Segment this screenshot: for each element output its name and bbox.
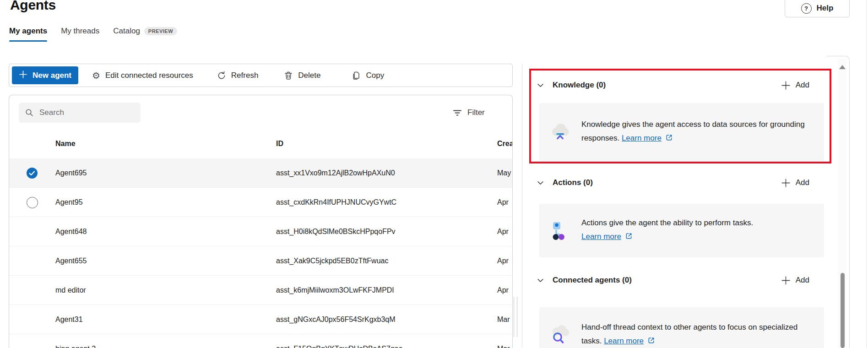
actions-section-header: Actions (0) Add (537, 175, 809, 190)
actions-section-title: Actions (0) (553, 178, 593, 187)
filter-icon (453, 108, 462, 117)
panel-resize-handle[interactable] (514, 297, 517, 337)
help-button[interactable]: ? Help (785, 0, 850, 17)
checkmark-circle-icon[interactable] (26, 167, 38, 179)
connected-agents-learn-more-link[interactable]: Learn more (604, 337, 644, 345)
column-header-id: ID (276, 140, 283, 148)
knowledge-section-title: Knowledge (0) (553, 81, 606, 90)
copy-icon (352, 71, 361, 80)
external-link-icon (647, 338, 656, 347)
knowledge-empty-card: Knowledge gives the agent access to data… (539, 103, 824, 161)
add-action-button[interactable]: Add (781, 178, 809, 188)
search-icon (25, 108, 34, 117)
radio-unchecked-icon[interactable] (27, 197, 38, 208)
tab-bar: My agents My threads Catalog PREVIEW (9, 27, 177, 42)
help-label: Help (817, 4, 834, 13)
knowledge-learn-more-link[interactable]: Learn more (622, 134, 662, 142)
column-header-created: Created (497, 140, 513, 148)
actions-description: Actions give the agent the ability to pe… (581, 216, 818, 245)
filter-button[interactable]: Filter (453, 105, 485, 120)
flowchart-icon (539, 220, 581, 241)
table-row-agent648[interactable]: Agent648 asst_H0i8kQdSlMe0BSkcHPpqoFPv A… (9, 217, 512, 246)
agents-table-panel: Filter Name ID Created Agent695 asst_xx1… (9, 95, 513, 348)
table-row-agent655[interactable]: Agent655 asst_Xak9C5jckpd5EB0zTftFwuac A… (9, 246, 512, 276)
scrollbar-up-arrow-icon[interactable] (839, 65, 846, 69)
window-edge-divider (866, 0, 867, 348)
tab-catalog[interactable]: Catalog PREVIEW (113, 27, 177, 42)
actions-learn-more-link[interactable]: Learn more (581, 232, 621, 241)
add-connected-agent-button[interactable]: Add (781, 276, 809, 285)
table-row-bing-agent-2[interactable]: bing agent 2 asst_F15QgBgYKTnwDUsDBsAS7g… (9, 334, 512, 348)
cloud-upload-icon (539, 122, 581, 143)
connected-agents-empty-card: Hand-off thread context to other agents … (539, 307, 824, 348)
table-row-agent695[interactable]: Agent695 asst_xx1Vxo9m12AjlB2owHpAXuN0 M… (9, 158, 512, 188)
preview-badge: PREVIEW (144, 27, 177, 35)
table-row-agent31[interactable]: Agent31 asst_gNGxcAJ0px56F54SrKgxb3qM Ma… (9, 305, 512, 334)
cloud-search-icon (539, 324, 581, 345)
search-input[interactable] (39, 108, 135, 117)
add-knowledge-button[interactable]: Add (781, 81, 809, 90)
connected-agents-section-header: Connected agents (0) Add (537, 273, 809, 288)
tab-my-threads[interactable]: My threads (61, 27, 99, 42)
chevron-down-icon[interactable] (537, 277, 544, 284)
new-agent-button[interactable]: New agent (12, 66, 78, 84)
external-link-icon (665, 135, 673, 144)
plus-icon (781, 81, 791, 90)
page-title: Agents (10, 0, 56, 13)
connected-agents-description: Hand-off thread context to other agents … (581, 321, 818, 348)
question-circle-icon: ? (801, 3, 812, 14)
panel-divider (522, 64, 522, 348)
delete-button[interactable]: Delete (281, 67, 323, 84)
gear-icon: ⚙ (92, 71, 100, 80)
trash-icon (284, 71, 293, 80)
plus-icon (781, 276, 791, 285)
table-body: Agent695 asst_xx1Vxo9m12AjlB2owHpAXuN0 M… (9, 158, 512, 348)
plus-icon (781, 178, 791, 188)
chevron-down-icon[interactable] (537, 82, 544, 89)
tab-my-agents[interactable]: My agents (9, 27, 47, 42)
refresh-button[interactable]: Refresh (214, 67, 261, 84)
table-row-agent95[interactable]: Agent95 asst_cxdKkRn4IfUPHJNUCvyGYwtC Ap… (9, 188, 512, 217)
knowledge-description: Knowledge gives the agent access to data… (581, 118, 818, 147)
connected-agents-section-title: Connected agents (0) (553, 276, 632, 285)
edit-connected-resources-button[interactable]: ⚙ Edit connected resources (89, 67, 196, 84)
scrollbar-thumb[interactable] (841, 273, 845, 348)
copy-button[interactable]: Copy (349, 67, 387, 84)
knowledge-section-header: Knowledge (0) Add (537, 78, 809, 92)
plus-icon (19, 70, 27, 81)
chevron-down-icon[interactable] (537, 179, 544, 187)
table-header: Name ID Created (9, 135, 512, 153)
external-link-icon (624, 234, 633, 242)
column-header-name: Name (55, 140, 76, 148)
search-box (19, 103, 141, 123)
refresh-icon (217, 71, 226, 80)
agents-toolbar: New agent ⚙ Edit connected resources Ref… (9, 64, 513, 87)
table-row-md-editor[interactable]: md editor asst_k6mjMiilwoxm3OLwFKFJMPDI … (9, 276, 512, 305)
actions-empty-card: Actions give the agent the ability to pe… (539, 204, 824, 257)
